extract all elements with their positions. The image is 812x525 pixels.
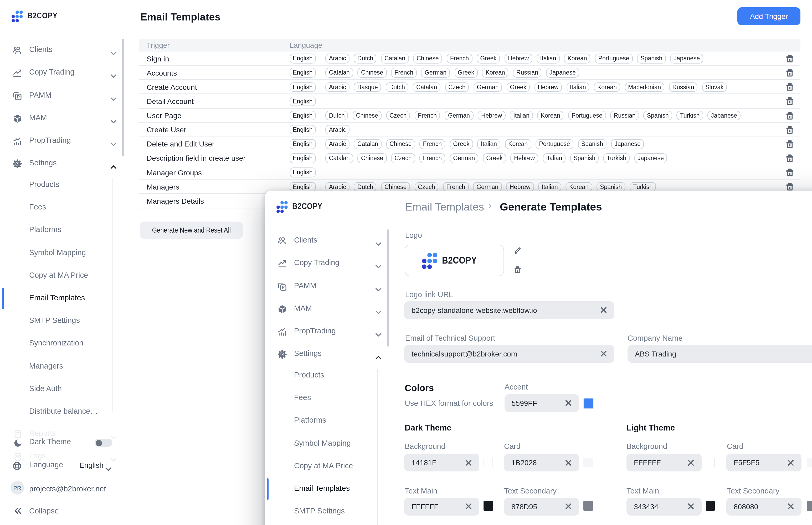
svg-text:P: P	[282, 285, 285, 289]
svg-text:P: P	[17, 94, 20, 99]
